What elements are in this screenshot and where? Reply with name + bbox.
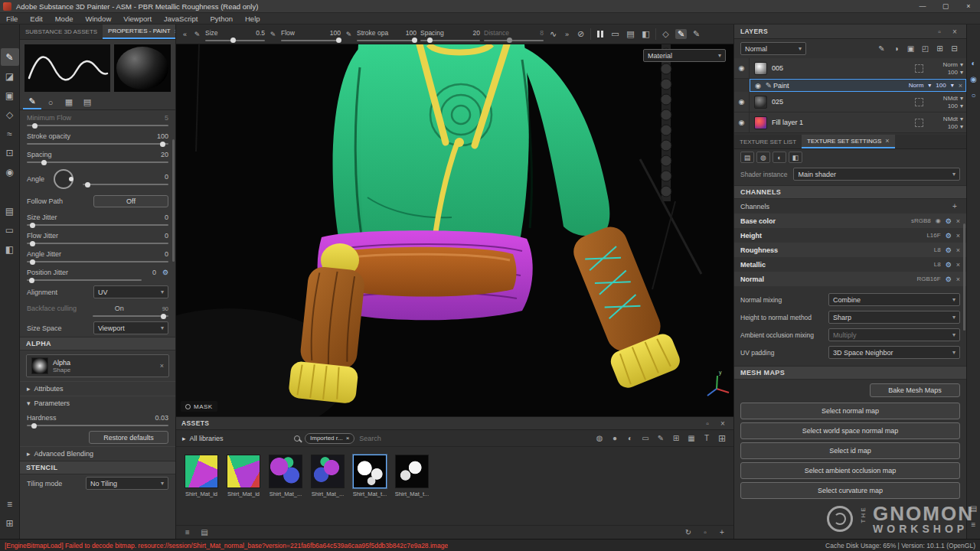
display-settings-icon[interactable]: ▤ bbox=[1, 202, 19, 220]
asset-thumbnail[interactable] bbox=[395, 455, 429, 488]
jitter-settings-gear-icon[interactable]: ⚙ bbox=[162, 269, 168, 276]
layer-stack-icon[interactable]: ▤ bbox=[625, 29, 636, 39]
thumbnail-size-icon[interactable]: ⊞ bbox=[717, 433, 727, 444]
pressure-toggle-icon[interactable]: ✎ bbox=[269, 31, 277, 38]
maximize-button[interactable]: ▢ bbox=[934, 0, 957, 12]
asset-item[interactable]: Shirt_Mat_id bbox=[226, 455, 261, 497]
channel-settings-icon[interactable]: ⚙ bbox=[946, 246, 952, 254]
tab-texture-set-list[interactable]: TEXTURE SET LIST bbox=[734, 135, 802, 148]
bake-mesh-maps-button[interactable]: Bake Mesh Maps bbox=[870, 383, 960, 397]
filter-smart-material-icon[interactable]: ◐ bbox=[625, 434, 635, 442]
delete-layer-icon[interactable]: ⊟ bbox=[949, 44, 960, 53]
size-jitter-slider[interactable]: Size Jitter0 bbox=[20, 210, 175, 228]
list-view-icon[interactable]: ≡ bbox=[1, 495, 19, 513]
refresh-assets-icon[interactable]: ↻ bbox=[683, 528, 694, 536]
remove-effect-icon[interactable]: × bbox=[959, 82, 962, 90]
channel-row[interactable]: Normal RGB16F ⚙ × bbox=[734, 272, 966, 286]
layer-mask-slot[interactable] bbox=[915, 64, 923, 73]
layer-thumbnail[interactable] bbox=[754, 62, 767, 75]
ao-mixing-dropdown[interactable]: Multiply▾ bbox=[828, 328, 960, 341]
asset-item[interactable]: Shirt_Mat_id bbox=[184, 455, 219, 497]
history-icon[interactable]: ▤ bbox=[970, 504, 977, 513]
blend-mode-dropdown[interactable]: Normal ▾ bbox=[740, 42, 806, 55]
more-options-icon[interactable]: » bbox=[563, 31, 571, 38]
collapse-toolbar-icon[interactable]: « bbox=[181, 31, 189, 38]
minimum-flow-slider[interactable]: Minimum Flow5 bbox=[20, 110, 175, 129]
pause-engine-button[interactable] bbox=[595, 31, 606, 37]
filter-environment-icon[interactable]: ◍ bbox=[594, 434, 605, 442]
remove-tag-icon[interactable]: × bbox=[346, 435, 350, 442]
smudge-tool[interactable]: ≈ bbox=[1, 125, 19, 142]
search-input[interactable] bbox=[359, 435, 428, 442]
menu-window[interactable]: Window bbox=[79, 15, 117, 23]
library-dropdown[interactable]: ▸ All libraries bbox=[182, 435, 289, 442]
asset-item[interactable]: Shirt_Mat_... bbox=[268, 455, 303, 497]
asset-item-selected[interactable]: Shirt_Mat_t... bbox=[352, 455, 387, 497]
close-tab-icon[interactable]: × bbox=[885, 137, 889, 145]
remove-channel-icon[interactable]: × bbox=[956, 217, 960, 225]
channel-settings-icon[interactable]: ⚙ bbox=[946, 276, 952, 283]
add-channel-icon[interactable]: + bbox=[949, 202, 960, 210]
mesh-maps-section-header[interactable]: MESH MAPS bbox=[734, 366, 966, 380]
channel-settings-icon[interactable]: ⚙ bbox=[946, 232, 952, 240]
shader-settings-icon[interactable]: ◉ bbox=[970, 75, 977, 83]
details-view-toggle-icon[interactable]: ▤ bbox=[199, 528, 210, 536]
material-mode-dropdown[interactable]: Material ▾ bbox=[643, 49, 726, 62]
stroke-opacity-toolbar-slider[interactable]: Stroke opa100 bbox=[357, 28, 416, 41]
subtab-brush-icon[interactable]: ✎ bbox=[23, 95, 41, 109]
remove-channel-icon[interactable]: × bbox=[956, 261, 960, 269]
tab-substance-3d-assets[interactable]: SUBSTANCE 3D ASSETS bbox=[20, 24, 103, 39]
attributes-collapser[interactable]: ▸Attributes bbox=[20, 381, 175, 396]
layer-visibility-icon[interactable]: ◉ bbox=[734, 58, 750, 78]
channel-row[interactable]: Metallic L8 ⚙ × bbox=[734, 257, 966, 272]
float-panel-icon[interactable]: ▫ bbox=[702, 419, 713, 428]
tab-properties-paint[interactable]: PROPERTIES - PAINT × bbox=[103, 24, 176, 39]
left-panel-scrollbar[interactable] bbox=[172, 139, 175, 262]
viewport-3d[interactable]: y Material ▾ MASK bbox=[176, 44, 733, 416]
layer-thumbnail[interactable] bbox=[754, 96, 767, 109]
spacing-toolbar-slider[interactable]: Spacing20 bbox=[420, 28, 480, 41]
select-normal-map-button[interactable]: Select normal map bbox=[740, 403, 960, 419]
camera-view-icon[interactable]: ◧ bbox=[640, 29, 652, 39]
channel-row[interactable]: Base color sRGB8 ◉ ⚙ × bbox=[734, 214, 966, 228]
advanced-blending-collapser[interactable]: ▸Advanced Blending bbox=[20, 446, 175, 461]
menu-javascript[interactable]: JavaScript bbox=[158, 15, 204, 23]
filter-filter-icon[interactable]: ▭ bbox=[640, 434, 651, 442]
stroke-opacity-slider[interactable]: Stroke opacity100 bbox=[20, 129, 175, 147]
layer-row-selected[interactable]: ◉ ✎ Paint Norm ▾ 100 ▾ × bbox=[750, 79, 966, 92]
layer-visibility-icon[interactable]: ◉ bbox=[734, 112, 750, 132]
mask-view-icon[interactable]: ◐ bbox=[773, 152, 786, 163]
subtab-alpha-icon[interactable]: ○ bbox=[41, 95, 60, 109]
angle-control[interactable]: Angle 0 bbox=[20, 165, 175, 193]
add-folder-icon[interactable]: ◰ bbox=[920, 44, 931, 53]
viewer-settings-icon[interactable]: ◧ bbox=[1, 240, 19, 258]
import-resources-icon[interactable]: + bbox=[717, 528, 727, 536]
close-panel-icon[interactable]: × bbox=[949, 28, 960, 36]
asset-thumbnail[interactable] bbox=[185, 455, 218, 488]
add-effect-icon[interactable]: ✎ bbox=[876, 44, 887, 53]
menu-file[interactable]: File bbox=[0, 15, 24, 23]
channel-settings-icon[interactable]: ⚙ bbox=[946, 217, 952, 225]
alignment-dropdown[interactable]: UV▾ bbox=[93, 285, 168, 298]
layer-mask-slot[interactable] bbox=[915, 119, 923, 127]
camera-settings-icon[interactable]: ○ bbox=[971, 91, 975, 99]
uv-padding-dropdown[interactable]: 3D Space Neighbor▾ bbox=[828, 346, 960, 359]
tiling-mode-dropdown[interactable]: No Tiling▾ bbox=[86, 477, 168, 490]
new-shelf-panel-icon[interactable]: ▫ bbox=[700, 528, 710, 536]
layer-mask-slot[interactable] bbox=[915, 98, 923, 106]
lazy-mouse-icon[interactable]: ∿ bbox=[547, 29, 559, 39]
normal-mixing-dropdown[interactable]: Combine▾ bbox=[828, 293, 960, 306]
asset-thumbnail[interactable] bbox=[311, 455, 345, 488]
pressure-toggle-icon[interactable]: ✎ bbox=[345, 31, 353, 38]
material-sphere-icon[interactable]: ◍ bbox=[756, 152, 770, 163]
filter-text-icon[interactable]: T bbox=[701, 434, 712, 442]
filter-brush-icon[interactable]: ✎ bbox=[655, 434, 666, 442]
channel-row[interactable]: Height L16F ⚙ × bbox=[734, 228, 966, 243]
flow-jitter-slider[interactable]: Flow Jitter0 bbox=[20, 228, 175, 246]
filter-alpha-icon[interactable]: ⊞ bbox=[671, 434, 681, 442]
polygon-fill-tool[interactable]: ◇ bbox=[1, 106, 19, 123]
select-id-map-button[interactable]: Select id map bbox=[740, 442, 960, 459]
projection-tool[interactable]: ▣ bbox=[1, 86, 19, 104]
menu-help[interactable]: Help bbox=[239, 15, 266, 23]
channel-row[interactable]: Roughness L8 ⚙ × bbox=[734, 243, 966, 257]
